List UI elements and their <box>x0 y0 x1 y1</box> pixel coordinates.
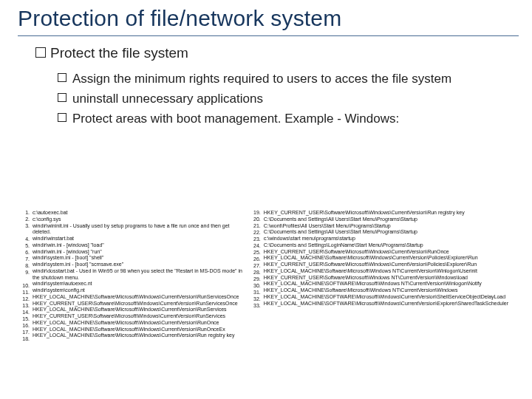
list-item: HKEY_LOCAL_MACHINE\SOFTWARE\Microsoft\Wi… <box>264 294 519 301</box>
list-number: 18. <box>16 336 30 343</box>
list-item: windir\wininit.ini - Usually used by set… <box>33 223 248 236</box>
square-bullet-icon <box>58 113 66 122</box>
list-number: 3. <box>16 223 30 236</box>
bullet-item: Protect areas with boot management. Exam… <box>58 109 532 129</box>
list-number: 14. <box>16 310 30 316</box>
list-item: HKEY_LOCAL_MACHINE\Software\Microsoft\Wi… <box>33 294 248 301</box>
list-item: HKEY_LOCAL_MACHINE\Software\Microsoft\Wi… <box>264 255 519 262</box>
list-number: 17. <box>16 330 30 336</box>
square-bullet-icon <box>58 93 66 102</box>
list-number: 26. <box>248 256 261 263</box>
list-item: HKEY_LOCAL_MACHINE\SOFTWARE\Microsoft\Wi… <box>264 281 519 287</box>
list-number: 12. <box>16 296 30 303</box>
list-number: 19. <box>248 210 261 216</box>
list-item: c:\config.sys <box>33 216 248 223</box>
list-number: 9. <box>16 270 30 283</box>
list-item: HKEY_CURRENT_USER\Software\Microsoft\Win… <box>264 249 519 256</box>
list-numbers-left: 1.2.3.4.5.6.7.8.9.10.11.12.13.14.15.16.1… <box>16 210 33 395</box>
list-item: C:\wont\Profiles\All Users\Start Menu\Pr… <box>264 223 519 230</box>
list-number: 23. <box>248 236 261 243</box>
list-item: HKEY_CURRENT_USER\Software\Microsoft\Win… <box>33 313 248 320</box>
square-bullet-icon <box>35 47 46 58</box>
list-number: 8. <box>16 263 30 270</box>
list-number: 22. <box>248 230 261 236</box>
bullet-list: Assign the minimum rights required to us… <box>0 61 532 129</box>
list-number: 30. <box>248 283 261 290</box>
list-number: 32. <box>248 296 261 303</box>
bullet-item: uninstall unnecessary applications <box>58 89 532 109</box>
list-item: windir\win.ini - [windows] "run" <box>33 249 248 256</box>
section-heading-text: Protect the file system <box>50 45 188 61</box>
list-number: 29. <box>248 276 261 283</box>
registry-list-area: 1.2.3.4.5.6.7.8.9.10.11.12.13.14.15.16.1… <box>16 210 519 395</box>
list-number: 21. <box>248 223 261 230</box>
section-heading: Protect the file system <box>0 36 532 61</box>
list-number: 20. <box>248 216 261 223</box>
list-number: 4. <box>16 236 30 243</box>
list-item: HKEY_CURRENT_USER\Software\Microsoft\Win… <box>264 262 519 268</box>
list-item: HKEY_LOCAL_MACHINE\Software\Microsoft\Wi… <box>33 320 248 327</box>
list-item: windir\dosstart.bat - Used in Win95 or 9… <box>33 268 248 282</box>
list-item: HKEY_LOCAL_MACHINE\Software\Microsoft\Wi… <box>33 332 248 339</box>
list-item: HKEY_LOCAL_MACHINE\Software\Microsoft\Wi… <box>33 307 248 313</box>
list-item: windir\system\autoexec.nt <box>33 281 248 287</box>
list-number: 28. <box>248 270 261 276</box>
list-items-right: HKEY_CURRENT_USER\Software\Microsoft\Win… <box>264 210 519 395</box>
list-item: windir\system.ini - [boot] "shell" <box>33 255 248 262</box>
list-item: HKEY_CURRENT_USER\Software\Microsoft\Win… <box>264 210 519 216</box>
list-item: HKEY_CURRENT_USER\Software\Microsoft\Win… <box>264 275 519 282</box>
list-item: HKEY_LOCAL_MACHINE\Software\Microsoft\Wi… <box>33 327 248 333</box>
list-item: C:\Documents and Settings\LoginName\Star… <box>264 242 519 249</box>
list-items-left: c:\autoexec.batc:\config.syswindir\winin… <box>33 210 248 395</box>
list-number: 15. <box>16 316 30 323</box>
slide-title: Protection of file/network system <box>0 0 532 35</box>
list-item: HKEY_LOCAL_MACHINE\SOFTWARE\Microsoft\Wi… <box>264 301 519 307</box>
list-item: c:\windows\start menu\programs\startup <box>264 236 519 242</box>
list-number: 25. <box>248 250 261 256</box>
list-number: 10. <box>16 283 30 290</box>
list-number: 24. <box>248 243 261 250</box>
bullet-text: Assign the minimum rights required to us… <box>72 69 451 89</box>
list-number: 5. <box>16 243 30 250</box>
list-number: 7. <box>16 256 30 263</box>
list-number: 33. <box>248 303 261 310</box>
list-number: 13. <box>16 303 30 310</box>
square-bullet-icon <box>58 73 66 82</box>
list-column-right: 19.20.21.22.23.24.25.26.27.28.29.30.31.3… <box>248 210 519 395</box>
list-number: 16. <box>16 323 30 330</box>
list-number: 31. <box>248 290 261 296</box>
bullet-text: Protect areas with boot management. Exam… <box>72 109 399 129</box>
list-number: 2. <box>16 216 30 223</box>
list-number: 6. <box>16 250 30 256</box>
list-number: 11. <box>16 290 30 296</box>
list-column-left: 1.2.3.4.5.6.7.8.9.10.11.12.13.14.15.16.1… <box>16 210 248 395</box>
list-item: HKEY_CURRENT_USER\Software\Microsoft\Win… <box>33 301 248 307</box>
list-item: c:\autoexec.bat <box>33 210 248 216</box>
bullet-text: uninstall unnecessary applications <box>72 89 263 109</box>
list-item: windir\system.ini - [boot] "scrnsave.exe… <box>33 262 248 268</box>
list-numbers-right: 19.20.21.22.23.24.25.26.27.28.29.30.31.3… <box>248 210 264 395</box>
list-item: C:\Documents and Settings\All Users\Star… <box>264 216 519 223</box>
list-number: 27. <box>248 263 261 270</box>
list-number: 1. <box>16 210 30 216</box>
bullet-item: Assign the minimum rights required to us… <box>58 69 532 89</box>
list-item: C:\Documents and Settings\All Users\Star… <box>264 229 519 236</box>
list-item: windir\win.ini - [windows] "load" <box>33 242 248 249</box>
list-item: HKEY_LOCAL_MACHINE\Software\Microsoft\Wi… <box>264 268 519 275</box>
list-item: windir\winstart.bat <box>33 236 248 242</box>
list-item: HKEY_LOCAL_MACHINE\Software\Microsoft\Wi… <box>264 287 519 294</box>
list-item: windir\system\config.nt <box>33 287 248 294</box>
